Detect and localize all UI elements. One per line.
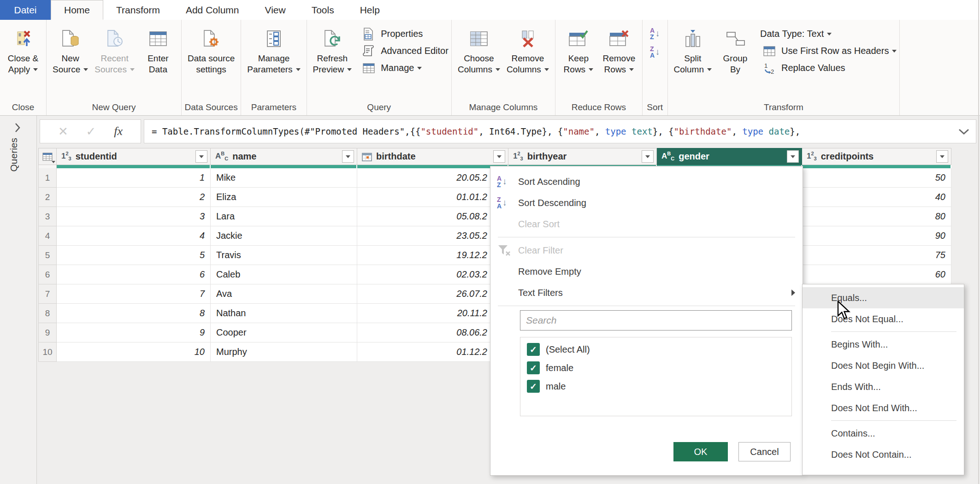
filter-button-gender[interactable] bbox=[787, 150, 799, 163]
cell-birthdate[interactable]: 01.01.2 bbox=[357, 188, 508, 207]
row-number[interactable]: 8 bbox=[38, 304, 57, 323]
sort-ascending-button[interactable]: AZ↓ bbox=[650, 26, 660, 40]
row-number[interactable]: 4 bbox=[38, 226, 57, 246]
tab-view[interactable]: View bbox=[252, 0, 299, 20]
keep-rows-button[interactable]: KeepRows bbox=[561, 24, 596, 75]
submenu-item-equals[interactable]: Equals... bbox=[803, 287, 964, 308]
submenu-item-begins-with[interactable]: Begins With... bbox=[803, 334, 964, 355]
cell-name[interactable]: Eliza bbox=[211, 188, 357, 207]
search-input[interactable] bbox=[520, 310, 792, 331]
properties-button[interactable]: Properties bbox=[360, 25, 449, 42]
cell-creditpoints[interactable]: 90 bbox=[802, 226, 951, 246]
cell-name[interactable]: Lara bbox=[211, 207, 357, 226]
cell-studentid[interactable]: 3 bbox=[57, 207, 211, 226]
menu-item-sort-descending[interactable]: ZA↓Sort Descending bbox=[490, 192, 803, 213]
row-number[interactable]: 3 bbox=[38, 207, 57, 226]
cell-birthdate[interactable]: 23.05.2 bbox=[357, 226, 508, 246]
ok-button[interactable]: OK bbox=[673, 442, 728, 461]
cell-name[interactable]: Mike bbox=[211, 168, 357, 188]
tab-home[interactable]: Home bbox=[51, 0, 103, 20]
cell-name[interactable]: Jackie bbox=[211, 226, 357, 246]
cell-studentid[interactable]: 2 bbox=[57, 188, 211, 207]
cell-studentid[interactable]: 5 bbox=[57, 246, 211, 265]
filter-button-creditpoints[interactable] bbox=[936, 150, 948, 163]
filter-value-select-all[interactable]: ✓(Select All) bbox=[520, 340, 791, 359]
row-number[interactable]: 7 bbox=[38, 284, 57, 304]
cell-name[interactable]: Caleb bbox=[211, 265, 357, 284]
submenu-item-contains[interactable]: Contains... bbox=[803, 423, 964, 444]
column-header-birthdate[interactable]: birthdate bbox=[357, 148, 508, 165]
row-number[interactable]: 2 bbox=[38, 188, 57, 207]
group-by-button[interactable]: GroupBy bbox=[718, 24, 752, 75]
select-all-button[interactable] bbox=[38, 148, 57, 165]
cell-name[interactable]: Travis bbox=[211, 246, 357, 265]
submenu-item-does-not-begin-with[interactable]: Does Not Begin With... bbox=[803, 355, 964, 376]
cell-studentid[interactable]: 1 bbox=[57, 168, 211, 188]
cell-creditpoints[interactable]: 40 bbox=[802, 188, 951, 207]
advanced-editor-button[interactable]: Advanced Editor bbox=[360, 42, 449, 59]
cell-studentid[interactable]: 9 bbox=[57, 323, 211, 342]
refresh-preview-button[interactable]: RefreshPreview bbox=[313, 24, 352, 75]
tab-transform[interactable]: Transform bbox=[103, 0, 173, 20]
manage-button[interactable]: Manage bbox=[360, 59, 449, 77]
formula-input[interactable]: = Table.TransformColumnTypes(#"Promoted … bbox=[144, 119, 976, 143]
submenu-item-does-not-equal[interactable]: Does Not Equal... bbox=[803, 308, 964, 330]
column-header-name[interactable]: ABCname bbox=[211, 148, 357, 165]
checkbox-icon[interactable]: ✓ bbox=[527, 380, 540, 393]
cancel-button[interactable]: Cancel bbox=[738, 442, 791, 461]
menu-item-sort-ascending[interactable]: AZ↓Sort Ascending bbox=[490, 171, 803, 192]
cell-name[interactable]: Murphy bbox=[211, 342, 357, 362]
expand-pane-icon[interactable] bbox=[14, 122, 21, 135]
row-number[interactable]: 6 bbox=[38, 265, 57, 284]
tab-add-column[interactable]: Add Column bbox=[173, 0, 252, 20]
row-number[interactable]: 1 bbox=[38, 168, 57, 188]
cell-name[interactable]: Cooper bbox=[211, 323, 357, 342]
submenu-item-does-not-end-with[interactable]: Does Not End With... bbox=[803, 397, 964, 419]
replace-values-button[interactable]: 12 Replace Values bbox=[760, 59, 897, 77]
cell-birthdate[interactable]: 02.03.2 bbox=[357, 265, 508, 284]
cell-studentid[interactable]: 6 bbox=[57, 265, 211, 284]
row-number[interactable]: 5 bbox=[38, 246, 57, 265]
column-header-birthyear[interactable]: 123birthyear bbox=[508, 148, 657, 165]
remove-rows-button[interactable]: RemoveRows bbox=[602, 24, 636, 75]
menu-item-remove-empty[interactable]: Remove Empty bbox=[490, 261, 803, 282]
cell-birthdate[interactable]: 26.07.2 bbox=[357, 284, 508, 304]
cell-birthdate[interactable]: 05.08.2 bbox=[357, 207, 508, 226]
split-column-button[interactable]: SplitColumn bbox=[674, 24, 712, 75]
cell-birthdate[interactable]: 01.12.2 bbox=[357, 342, 508, 362]
tab-tools[interactable]: Tools bbox=[299, 0, 347, 20]
filter-button-birthdate[interactable] bbox=[493, 150, 505, 163]
column-header-creditpoints[interactable]: 123creditpoints bbox=[802, 148, 951, 165]
choose-columns-button[interactable]: ChooseColumns bbox=[458, 24, 500, 75]
tab-file[interactable]: Datei bbox=[0, 0, 51, 20]
data-source-settings-button[interactable]: Data sourcesettings bbox=[188, 24, 235, 75]
new-source-button[interactable]: NewSource bbox=[53, 24, 88, 75]
formula-expand-icon[interactable] bbox=[957, 128, 970, 137]
filter-button-name[interactable] bbox=[342, 150, 354, 163]
row-number[interactable]: 10 bbox=[38, 342, 57, 362]
cell-name[interactable]: Ava bbox=[211, 284, 357, 304]
cell-studentid[interactable]: 7 bbox=[57, 284, 211, 304]
cell-studentid[interactable]: 8 bbox=[57, 304, 211, 323]
submenu-item-does-not-contain[interactable]: Does Not Contain... bbox=[803, 444, 964, 465]
cell-creditpoints[interactable]: 60 bbox=[802, 265, 951, 284]
use-first-row-button[interactable]: Use First Row as Headers bbox=[760, 42, 897, 59]
filter-value-female[interactable]: ✓female bbox=[520, 359, 791, 377]
cell-creditpoints[interactable]: 80 bbox=[802, 207, 951, 226]
filter-value-male[interactable]: ✓male bbox=[520, 377, 791, 395]
column-header-studentid[interactable]: 123studentid bbox=[57, 148, 211, 165]
cell-studentid[interactable]: 4 bbox=[57, 226, 211, 246]
remove-columns-button[interactable]: RemoveColumns bbox=[507, 24, 549, 75]
manage-parameters-button[interactable]: ManageParameters bbox=[247, 24, 300, 75]
submenu-item-ends-with[interactable]: Ends With... bbox=[803, 376, 964, 397]
menu-item-text-filters[interactable]: Text Filters bbox=[490, 282, 803, 303]
cell-creditpoints[interactable]: 50 bbox=[802, 168, 951, 188]
cell-birthdate[interactable]: 20.11.2 bbox=[357, 304, 508, 323]
queries-pane-title[interactable]: Queries bbox=[8, 138, 19, 172]
checkbox-icon[interactable]: ✓ bbox=[527, 343, 540, 356]
enter-data-button[interactable]: EnterData bbox=[141, 24, 175, 75]
checkbox-icon[interactable]: ✓ bbox=[527, 361, 540, 374]
filter-button-studentid[interactable] bbox=[195, 150, 207, 163]
cell-birthdate[interactable]: 08.06.2 bbox=[357, 323, 508, 342]
sort-descending-button[interactable]: ZA↓ bbox=[650, 45, 660, 59]
